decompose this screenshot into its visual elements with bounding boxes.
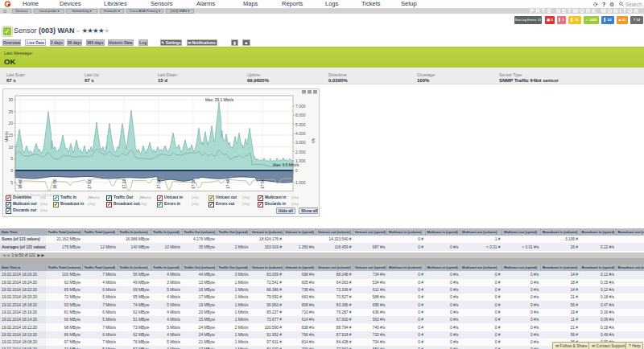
- svg-text:20: 20: [8, 121, 13, 125]
- svg-text:Max: 3.5 Mbit/s: Max: 3.5 Mbit/s: [273, 163, 299, 167]
- svg-text:16:40: 16:40: [18, 179, 23, 189]
- svg-text:17:30: 17:30: [191, 179, 196, 189]
- svg-text:17:20: 17:20: [156, 179, 161, 189]
- svg-text:Mbit/s: Mbit/s: [4, 131, 9, 142]
- svg-text:0: 0: [295, 168, 298, 173]
- svg-text:0: 0: [10, 168, 13, 173]
- svg-text:7.000: 7.000: [295, 104, 306, 109]
- svg-text:15: 15: [8, 133, 13, 138]
- svg-text:1.000: 1.000: [295, 180, 306, 185]
- svg-text:17:50: 17:50: [260, 179, 265, 189]
- svg-text:17:40: 17:40: [225, 179, 230, 189]
- svg-text:25: 25: [8, 109, 13, 114]
- svg-text:1.000: 1.000: [295, 158, 306, 163]
- svg-text:4.000: 4.000: [295, 131, 306, 136]
- svg-text:3.000: 3.000: [295, 140, 306, 145]
- svg-text:30: 30: [8, 97, 13, 102]
- svg-text:2.000: 2.000: [295, 150, 306, 154]
- svg-text:17:00: 17:00: [87, 179, 92, 189]
- svg-text:16:50: 16:50: [52, 179, 57, 189]
- svg-text:10: 10: [8, 145, 13, 150]
- svg-text:Max: 29.1 Mbit/s: Max: 29.1 Mbit/s: [205, 98, 234, 102]
- svg-text:6.000: 6.000: [295, 113, 306, 117]
- svg-text:5: 5: [10, 156, 13, 161]
- svg-text:5.000: 5.000: [295, 122, 306, 127]
- svg-text:5: 5: [10, 180, 13, 185]
- svg-text:#/s: #/s: [311, 138, 316, 143]
- svg-text:17:10: 17:10: [122, 179, 126, 189]
